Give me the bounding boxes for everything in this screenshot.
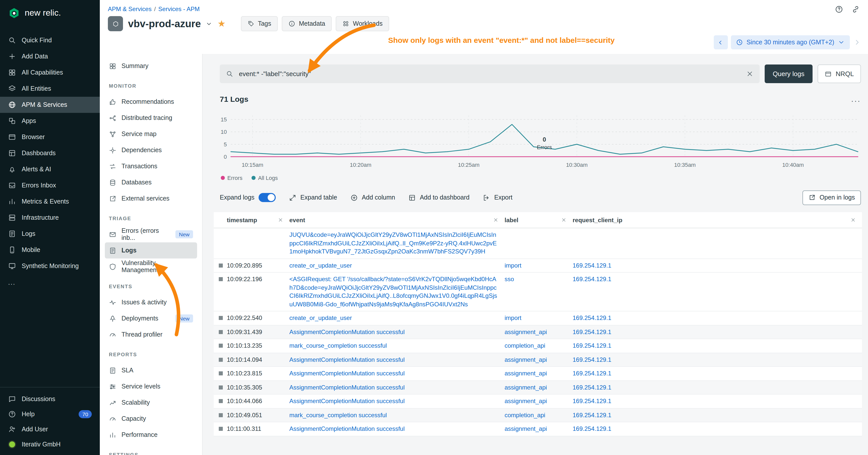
sidebar-item-errors-inbox[interactable]: Errors Inbox bbox=[0, 177, 100, 194]
subnav-item-logs[interactable]: Logs bbox=[105, 242, 197, 259]
log-event-link[interactable]: AssignmentCompletionMutation successful bbox=[289, 356, 405, 363]
newrelic-logo[interactable]: new relic. bbox=[0, 0, 100, 26]
log-event-link[interactable]: create_or_update_user bbox=[289, 262, 352, 269]
log-label-link[interactable]: assignment_api bbox=[504, 356, 547, 363]
log-label-link[interactable]: sso bbox=[504, 275, 514, 283]
breadcrumb-apm-services[interactable]: APM & Services bbox=[108, 5, 152, 12]
sidebar-item-logs[interactable]: Logs bbox=[0, 226, 100, 242]
sidebar-item-metrics-events[interactable]: Metrics & Events bbox=[0, 194, 100, 209]
log-ip-link[interactable]: 169.254.129.1 bbox=[572, 397, 612, 404]
sidebar-item-add-data[interactable]: Add Data bbox=[0, 48, 100, 65]
log-row[interactable]: 10:10:14.094 AssignmentCompletionMutatio… bbox=[214, 353, 862, 367]
query-input[interactable] bbox=[238, 69, 742, 78]
log-ip-link[interactable]: 169.254.129.1 bbox=[572, 356, 612, 363]
log-event-link[interactable]: <ASGIRequest: GET '/sso/callback/?state=… bbox=[289, 275, 497, 307]
log-event-link[interactable]: AssignmentCompletionMutation successful bbox=[289, 425, 405, 432]
log-ip-link[interactable]: 169.254.129.1 bbox=[572, 328, 612, 335]
sidebar-item-alerts-ai[interactable]: Alerts & AI bbox=[0, 161, 100, 177]
subnav-item-transactions[interactable]: Transactions bbox=[105, 158, 197, 174]
metadata-button[interactable]: Metadata bbox=[282, 16, 332, 31]
log-row[interactable]: 10:10:35.305 AssignmentCompletionMutatio… bbox=[214, 381, 862, 394]
sidebar-item-add-user[interactable]: Add User bbox=[0, 422, 100, 437]
log-row[interactable]: 10:11:00.311 AssignmentCompletionMutatio… bbox=[214, 422, 862, 436]
time-range-button[interactable]: Since 30 minutes ago (GMT+2) bbox=[731, 35, 850, 50]
log-ip-link[interactable]: 169.254.129.1 bbox=[572, 315, 612, 322]
overflow-menu-button[interactable]: ... bbox=[851, 97, 861, 101]
time-forward-button[interactable] bbox=[853, 38, 861, 46]
log-event-link[interactable]: JUQVU&code=eyJraWQiOiJjcGltY29yZV8wOTl1M… bbox=[289, 231, 497, 255]
subnav-item-sla[interactable]: SLA bbox=[105, 362, 197, 379]
subnav-item-external-services[interactable]: External services bbox=[105, 191, 197, 206]
log-ip-link[interactable]: 169.254.129.1 bbox=[572, 262, 612, 269]
log-row[interactable]: 10:10:44.066 AssignmentCompletionMutatio… bbox=[214, 394, 862, 409]
sidebar-item-more[interactable]: ... bbox=[0, 274, 100, 290]
log-label-link[interactable]: assignment_api bbox=[504, 384, 547, 391]
column-header-timestamp[interactable]: timestamp bbox=[227, 212, 289, 228]
favorite-star-icon[interactable]: ★ bbox=[217, 19, 225, 28]
subnav-item-databases[interactable]: Databases bbox=[105, 174, 197, 191]
subnav-item-summary[interactable]: Summary bbox=[105, 58, 197, 74]
sidebar-item-discussions[interactable]: Discussions bbox=[0, 391, 100, 407]
subnav-item-errors-inbox[interactable]: Errors (errors inb...New bbox=[105, 226, 197, 242]
sidebar-item-browser[interactable]: Browser bbox=[0, 129, 100, 145]
log-event-link[interactable]: mark_course_completion successful bbox=[289, 342, 387, 349]
log-event-link[interactable]: AssignmentCompletionMutation successful bbox=[289, 397, 405, 404]
log-row[interactable]: 10:09:22.196 <ASGIRequest: GET '/sso/cal… bbox=[214, 272, 862, 312]
remove-column-icon[interactable] bbox=[850, 217, 856, 223]
sidebar-item-apps[interactable]: Apps bbox=[0, 113, 100, 129]
workloads-button[interactable]: Workloads bbox=[336, 16, 389, 31]
remove-column-icon[interactable] bbox=[493, 217, 498, 223]
subnav-item-scalability[interactable]: Scalability bbox=[105, 394, 197, 411]
log-event-link[interactable]: create_or_update_user bbox=[289, 315, 352, 322]
add-to-dashboard-button[interactable]: Add to dashboard bbox=[408, 194, 469, 201]
subnav-item-deployments[interactable]: DeploymentsNew bbox=[105, 311, 197, 326]
subnav-item-issues-activity[interactable]: Issues & activity bbox=[105, 294, 197, 311]
sidebar-item-account[interactable]: Iterativ GmbH bbox=[0, 437, 100, 452]
log-ip-link[interactable]: 169.254.129.1 bbox=[572, 275, 612, 283]
query-logs-button[interactable]: Query logs bbox=[765, 65, 812, 83]
log-label-link[interactable]: assignment_api bbox=[504, 328, 547, 335]
log-ip-link[interactable]: 169.254.129.1 bbox=[572, 384, 612, 391]
remove-column-icon[interactable] bbox=[561, 217, 566, 223]
subnav-item-service-levels[interactable]: Service levels bbox=[105, 379, 197, 394]
permalink-icon[interactable] bbox=[851, 5, 860, 13]
subnav-item-recommendations[interactable]: Recommendations bbox=[105, 94, 197, 110]
log-row[interactable]: 10:09:22.540 create_or_update_user impor… bbox=[214, 312, 862, 325]
log-ip-link[interactable]: 169.254.129.1 bbox=[572, 342, 612, 349]
sidebar-item-help[interactable]: Help70 bbox=[0, 407, 100, 422]
expand-logs-toggle[interactable] bbox=[258, 193, 276, 202]
subnav-item-vulnerability-management[interactable]: Vulnerability Management bbox=[105, 259, 197, 274]
clear-query-icon[interactable] bbox=[746, 70, 753, 77]
log-event-link[interactable]: mark_course_completion successful bbox=[289, 412, 387, 419]
breadcrumb-services-apm[interactable]: Services - APM bbox=[158, 5, 199, 12]
log-label-link[interactable]: import bbox=[504, 315, 522, 322]
sidebar-item-mobile[interactable]: Mobile bbox=[0, 242, 100, 258]
legend-all-logs[interactable]: All Logs bbox=[251, 175, 278, 181]
open-in-logs-button[interactable]: Open in logs bbox=[803, 190, 861, 205]
subnav-item-service-map[interactable]: Service map bbox=[105, 126, 197, 142]
nrql-button[interactable]: NRQL bbox=[817, 65, 861, 83]
log-row[interactable]: 10:09:31.439 AssignmentCompletionMutatio… bbox=[214, 325, 862, 339]
sidebar-item-infrastructure[interactable]: Infrastructure bbox=[0, 209, 100, 226]
log-event-link[interactable]: AssignmentCompletionMutation successful bbox=[289, 370, 405, 377]
log-label-link[interactable]: completion_api bbox=[504, 412, 545, 419]
subnav-item-distributed-tracing[interactable]: Distributed tracing bbox=[105, 110, 197, 126]
log-event-link[interactable]: AssignmentCompletionMutation successful bbox=[289, 328, 405, 335]
entity-chevron-down-icon[interactable] bbox=[206, 21, 213, 27]
subnav-item-dependencies[interactable]: Dependencies bbox=[105, 142, 197, 158]
sidebar-item-all-entities[interactable]: All Entities bbox=[0, 80, 100, 97]
log-ip-link[interactable]: 169.254.129.1 bbox=[572, 370, 612, 377]
sidebar-item-dashboards[interactable]: Dashboards bbox=[0, 145, 100, 161]
log-event-link[interactable]: AssignmentCompletionMutation successful bbox=[289, 384, 405, 391]
log-row[interactable]: 10:10:49.051 mark_course_completion succ… bbox=[214, 409, 862, 422]
log-label-link[interactable]: assignment_api bbox=[504, 370, 547, 377]
log-row[interactable]: 10:10:23.815 AssignmentCompletionMutatio… bbox=[214, 367, 862, 381]
log-row[interactable]: 10:10:13.235 mark_course_completion succ… bbox=[214, 339, 862, 353]
log-label-link[interactable]: assignment_api bbox=[504, 397, 547, 404]
log-search-box[interactable] bbox=[220, 65, 760, 83]
log-ip-link[interactable]: 169.254.129.1 bbox=[572, 412, 612, 419]
sidebar-item-synthetic-monitoring[interactable]: Synthetic Monitoring bbox=[0, 258, 100, 274]
tags-button[interactable]: Tags bbox=[241, 16, 278, 31]
sidebar-item-all-capabilities[interactable]: All Capabilities bbox=[0, 65, 100, 80]
add-column-button[interactable]: Add column bbox=[350, 194, 395, 201]
